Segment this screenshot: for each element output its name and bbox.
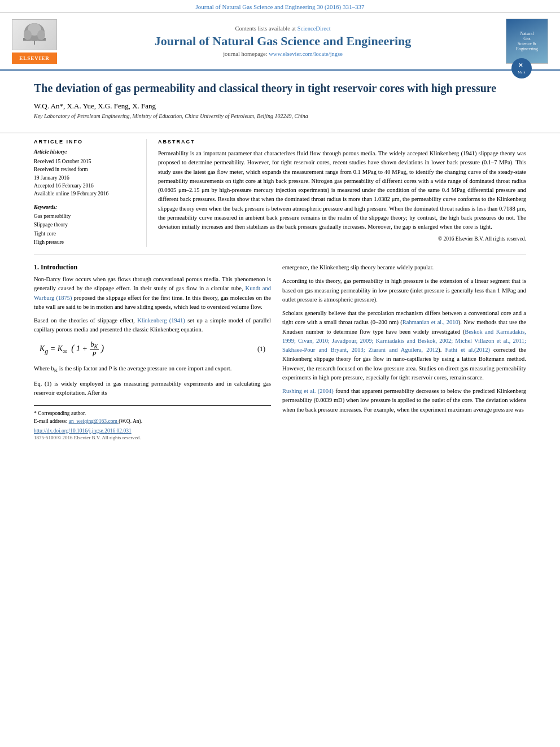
rahmanian-link[interactable]: Rahmanian et al., 2010 (403, 319, 458, 325)
elsevier-logo: ELSEVIER (9, 19, 60, 64)
where-text: Where bK is the slip factor and P is the… (34, 364, 271, 375)
sciencedirect-link[interactable]: ScienceDirect (298, 25, 331, 32)
article-title: The deviation of gas permeability and cl… (34, 81, 500, 96)
abstract-body: Permeability is an important parameter t… (158, 149, 526, 231)
right-para4: Rushing et al. (2004) found that apparen… (282, 387, 526, 414)
beskok-link[interactable]: Beskok and Karniadakis, 1999; Civan, 201… (282, 329, 526, 353)
footnote-star: * Corresponding author. (34, 409, 271, 417)
keywords-heading: Keywords: (34, 204, 138, 210)
fathi-link[interactable]: Fathi et al.(2012) (445, 347, 491, 353)
article-title-section: The deviation of gas permeability and cl… (0, 71, 560, 128)
homepage-link[interactable]: www.elsevier.com/locate/jngse (269, 51, 343, 57)
footnote-section: * Corresponding author. E-mail address: … (34, 405, 271, 440)
journal-header-center: Contents lists available at ScienceDirec… (65, 25, 500, 57)
journal-reference: Journal of Natural Gas Science and Engin… (0, 0, 560, 13)
journal-ref-text: Journal of Natural Gas Science and Engin… (195, 3, 364, 10)
intro-para3: Eq. (1) is widely employed in gas measur… (34, 379, 271, 398)
right-para1: emergence, the Klinkenberg slip theory b… (282, 263, 526, 272)
article-info-heading: ARTICLE INFO (34, 139, 138, 145)
right-para3: Scholars generally believe that the perc… (282, 309, 526, 382)
authors-line: W.Q. An*, X.A. Yue, X.G. Feng, X. Fang (34, 102, 500, 111)
intro-para1: Non-Darcy flow occurs when gas flows thr… (34, 275, 271, 312)
title-authors-block: The deviation of gas permeability and cl… (34, 81, 500, 123)
keyword-1: Gas permeability (34, 212, 138, 221)
keyword-4: High pressure (34, 238, 138, 247)
rushing-link[interactable]: Rushing et al. (2004) (282, 388, 334, 394)
klinkenberg-link[interactable]: Klinkenberg (1941) (137, 317, 185, 324)
journal-title: Journal of Natural Gas Science and Engin… (65, 34, 500, 49)
received-date: Received 15 October 2015 (34, 158, 138, 165)
keyword-3: Tight core (34, 230, 138, 238)
contents-line: Contents lists available at ScienceDirec… (65, 25, 500, 32)
body-left-col: 1. Introduction Non-Darcy flow occurs wh… (34, 263, 271, 440)
revised-label: Received in revised form (34, 165, 138, 173)
svg-point-4 (24, 30, 32, 40)
footnote-email: E-mail address: an_weiqing@163.com (W.Q.… (34, 417, 271, 425)
kundt-link[interactable]: Kundt and Warburg (1875) (34, 285, 271, 300)
article-info-abstract: ARTICLE INFO Article history: Received 1… (0, 133, 560, 247)
equation-number: (1) (257, 345, 265, 353)
journal-logo: NaturalGasScience &Engineering (506, 19, 551, 64)
body-right-col: emergence, the Klinkenberg slip theory b… (282, 263, 526, 440)
crossmark-badge: ✕Mark (511, 58, 532, 78)
svg-point-5 (37, 30, 45, 40)
section-divider (34, 255, 526, 255)
issn-line: 1875-5100/© 2016 Elsevier B.V. All right… (34, 435, 271, 440)
intro-para2: Based on the theories of slippage effect… (34, 316, 271, 335)
journal-header: ELSEVIER Contents lists available at Sci… (0, 13, 560, 71)
online-date: Available online 19 February 2016 (34, 190, 138, 198)
right-para2: According to this theory, gas permeabili… (282, 277, 526, 304)
equation-block: Kg = K∞ ( 1 + bK P ) (1) (34, 340, 271, 359)
journal-cover-image: NaturalGasScience &Engineering (506, 19, 548, 64)
doi-link[interactable]: http://dx.doi.org/10.1016/j.jngse.2016.0… (34, 428, 271, 434)
article-history: Article history: Received 15 October 201… (34, 149, 138, 198)
history-heading: Article history: (34, 149, 138, 155)
elsevier-wordmark: ELSEVIER (12, 53, 57, 64)
revised-date: 19 January 2016 (34, 174, 138, 182)
elsevier-tree-svg (18, 21, 51, 48)
article-info-col: ARTICLE INFO Article history: Received 1… (34, 139, 147, 247)
body-section: 1. Introduction Non-Darcy flow occurs wh… (0, 263, 560, 440)
affiliation-line: Key Laboratory of Petroleum Engineering,… (34, 113, 500, 119)
copyright-line: © 2016 Elsevier B.V. All rights reserved… (158, 236, 526, 242)
email-link[interactable]: an_weiqing@163.com (69, 418, 119, 424)
homepage-line: journal homepage: www.elsevier.com/locat… (65, 51, 500, 57)
abstract-col: ABSTRACT Permeability is an important pa… (158, 139, 526, 247)
elsevier-tree-logo (12, 19, 57, 50)
keyword-2: Slippage theory (34, 221, 138, 229)
abstract-heading: ABSTRACT (158, 139, 526, 145)
equation-formula: Kg = K∞ ( 1 + bK P ) (40, 340, 104, 359)
intro-heading: 1. Introduction (34, 263, 271, 272)
accepted-date: Accepted 16 February 2016 (34, 182, 138, 190)
keywords-section: Keywords: Gas permeability Slippage theo… (34, 204, 138, 247)
